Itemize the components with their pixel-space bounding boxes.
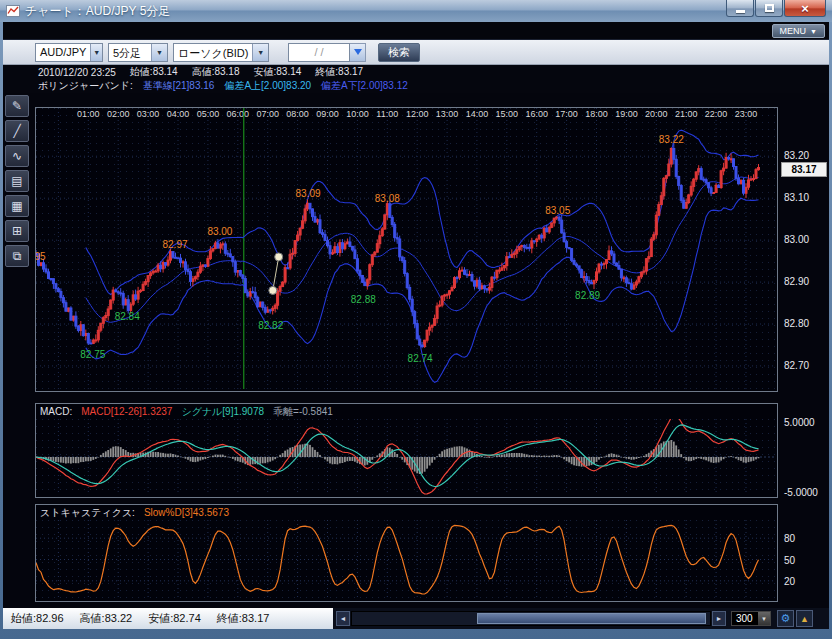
popout-button[interactable]: ▲ bbox=[796, 610, 813, 627]
stochastics-axis-label: 80 bbox=[784, 533, 795, 544]
sheet-icon: ▦ bbox=[11, 199, 22, 213]
chart-scrollbar[interactable] bbox=[351, 611, 711, 626]
close-button[interactable]: × bbox=[784, 0, 826, 17]
svg-text:83.22: 83.22 bbox=[659, 134, 684, 145]
macd-value: MACD[12-26]1.3237 bbox=[81, 406, 172, 417]
current-price-box: 83.17 bbox=[781, 162, 827, 177]
svg-text:20:00: 20:00 bbox=[645, 109, 668, 119]
macd-label-row: MACD: MACD[12-26]1.3237 シグナル[9]1.9078 乖離… bbox=[36, 404, 777, 419]
macd-panel[interactable]: MACD: MACD[12-26]1.3237 シグナル[9]1.9078 乖離… bbox=[35, 403, 778, 498]
line-tool-button[interactable]: ╱ bbox=[5, 120, 29, 142]
candle-high: 高値:83.18 bbox=[192, 65, 240, 79]
macd-divergence-value: 乖離=-0.5841 bbox=[273, 405, 333, 419]
maximize-button[interactable] bbox=[755, 0, 783, 17]
candle-info-bar: 2010/12/20 23:25 始値:83.14 高値:83.18 安値:83… bbox=[3, 65, 829, 79]
filter-icon bbox=[354, 49, 362, 55]
status-bar: 始値:82.96 高値:83.22 安値:82.74 終値:83.17 ◄ ► … bbox=[3, 608, 829, 629]
wave-icon: ∿ bbox=[12, 149, 22, 163]
date-filter-button[interactable] bbox=[350, 43, 366, 62]
pencil-icon: ✎ bbox=[12, 99, 22, 113]
candle-close: 終値:83.17 bbox=[315, 65, 363, 79]
candle-low: 安値:83.14 bbox=[253, 65, 301, 79]
price-axis-label: 83.10 bbox=[784, 192, 809, 203]
candle-open: 始値:83.14 bbox=[130, 65, 178, 79]
svg-text:14:00: 14:00 bbox=[466, 109, 489, 119]
add-panel-button[interactable]: ⊞ bbox=[5, 220, 29, 242]
app-window: チャート：AUD/JPY 5分足 × MENU ▼ AUD/JPY ▼ 5分足 … bbox=[0, 0, 832, 639]
bar-count-select[interactable]: 300 ▼ bbox=[731, 611, 771, 626]
chart-workspace: ✎ ╱ ∿ ▤ ▦ ⊞ ⧉ 01:0002:0003:0004:0005:000… bbox=[3, 93, 829, 608]
svg-text:83.05: 83.05 bbox=[545, 205, 570, 216]
duplicate-window-icon: ⧉ bbox=[13, 249, 22, 263]
title-bar: チャート：AUD/JPY 5分足 × bbox=[0, 0, 832, 22]
stochastics-chart[interactable] bbox=[36, 520, 775, 599]
svg-text:15:00: 15:00 bbox=[496, 109, 519, 119]
timeframe-select[interactable]: 5分足 ▼ bbox=[108, 43, 168, 62]
chevron-down-icon[interactable]: ▼ bbox=[758, 612, 770, 625]
search-button[interactable]: 検索 bbox=[378, 43, 420, 62]
chevron-down-icon[interactable]: ▼ bbox=[90, 44, 102, 61]
svg-text:82.74: 82.74 bbox=[408, 353, 433, 364]
svg-text:82.97: 82.97 bbox=[162, 239, 187, 250]
stochastics-label: ストキャスティクス: bbox=[40, 506, 135, 520]
bar-count-value: 300 bbox=[732, 612, 758, 625]
scroll-right-button[interactable]: ► bbox=[712, 611, 726, 626]
svg-text:17:00: 17:00 bbox=[555, 109, 578, 119]
bollinger-label: ボリンジャーバンド: bbox=[38, 79, 133, 93]
chevron-down-icon[interactable]: ▼ bbox=[151, 44, 167, 61]
chart-type-value: ローソク(BID) bbox=[174, 44, 252, 61]
svg-text:05:00: 05:00 bbox=[197, 109, 220, 119]
svg-text:83.00: 83.00 bbox=[207, 226, 232, 237]
menu-bar: MENU ▼ bbox=[3, 22, 829, 40]
macd-signal-value: シグナル[9]1.9078 bbox=[181, 405, 264, 419]
macd-chart[interactable] bbox=[36, 419, 775, 495]
settings-button[interactable]: ⚙ bbox=[777, 610, 794, 627]
stochastics-label-row: ストキャスティクス: Slow%D[3]43.5673 bbox=[36, 505, 777, 520]
scrollbar-thumb[interactable] bbox=[477, 613, 706, 624]
date-filter-input[interactable]: / / bbox=[288, 43, 350, 62]
svg-text:04:00: 04:00 bbox=[167, 109, 190, 119]
minimize-icon bbox=[736, 10, 745, 13]
currency-pair-select[interactable]: AUD/JPY ▼ bbox=[35, 43, 103, 62]
menu-button[interactable]: MENU ▼ bbox=[772, 24, 825, 38]
chart-type-select[interactable]: ローソク(BID) ▼ bbox=[173, 43, 269, 62]
time-axis-labels: 01:0002:0003:0004:0005:0006:0007:0008:00… bbox=[77, 109, 757, 119]
candle-datetime: 2010/12/20 23:25 bbox=[38, 67, 116, 78]
session-summary: 始値:82.96 高値:83.22 安値:82.74 終値:83.17 bbox=[3, 608, 333, 629]
wave-tool-button[interactable]: ∿ bbox=[5, 145, 29, 167]
stochastics-panel[interactable]: ストキャスティクス: Slow%D[3]43.5673 bbox=[35, 504, 778, 602]
toolbar: AUD/JPY ▼ 5分足 ▼ ローソク(BID) ▼ / / 検索 bbox=[3, 40, 829, 65]
minimize-button[interactable] bbox=[726, 0, 754, 17]
price-axis-label: 82.90 bbox=[784, 276, 809, 287]
stochastics-plot[interactable] bbox=[36, 520, 777, 599]
svg-text:23:00: 23:00 bbox=[735, 109, 758, 119]
session-close: 終値:83.17 bbox=[217, 611, 270, 626]
session-low: 安値:82.74 bbox=[148, 611, 201, 626]
macd-plot[interactable] bbox=[36, 419, 777, 495]
window-title: チャート：AUD/JPY 5分足 bbox=[25, 3, 170, 20]
date-placeholder: / / bbox=[314, 46, 323, 58]
stochastics-value: Slow%D[3]43.5673 bbox=[144, 507, 229, 518]
candlestick-plot[interactable]: 01:0002:0003:0004:0005:0006:0007:0008:00… bbox=[36, 108, 777, 389]
svg-text:21:00: 21:00 bbox=[675, 109, 698, 119]
svg-text:11:00: 11:00 bbox=[376, 109, 398, 119]
svg-text:07:00: 07:00 bbox=[256, 109, 279, 119]
pencil-tool-button[interactable]: ✎ bbox=[5, 95, 29, 117]
price-axis-label: 83.20 bbox=[784, 150, 809, 161]
bollinger-upper-value: 偏差A上[2.00]83.20 bbox=[224, 79, 311, 93]
svg-text:02:00: 02:00 bbox=[107, 109, 130, 119]
scroll-left-button[interactable]: ◄ bbox=[336, 611, 350, 626]
menu-button-label: MENU bbox=[780, 26, 807, 36]
svg-text:82.88: 82.88 bbox=[351, 294, 376, 305]
candlestick-chart[interactable]: 01:0002:0003:0004:0005:0006:0007:0008:00… bbox=[36, 108, 775, 389]
macd-axis-label: 5.0000 bbox=[784, 417, 815, 428]
sheet-tool-button[interactable]: ▦ bbox=[5, 195, 29, 217]
session-high: 高値:83.22 bbox=[80, 611, 133, 626]
indicator-bar: ボリンジャーバンド: 基準線[21]83.16 偏差A上[2.00]83.20 … bbox=[3, 79, 829, 93]
currency-pair-value: AUD/JPY bbox=[36, 44, 90, 61]
grid-tool-button[interactable]: ▤ bbox=[5, 170, 29, 192]
svg-text:03:00: 03:00 bbox=[137, 109, 160, 119]
price-chart-panel[interactable]: 01:0002:0003:0004:0005:0006:0007:0008:00… bbox=[35, 107, 778, 392]
duplicate-panel-button[interactable]: ⧉ bbox=[5, 245, 29, 267]
chevron-down-icon[interactable]: ▼ bbox=[252, 44, 268, 61]
